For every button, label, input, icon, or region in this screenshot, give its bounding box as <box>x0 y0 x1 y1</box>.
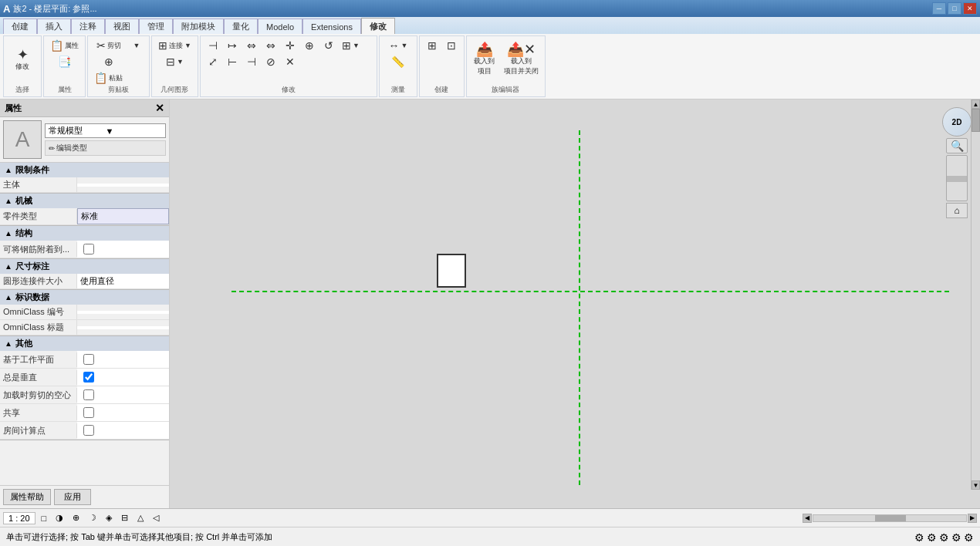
paste-btn[interactable]: 📋 粘贴 <box>91 70 126 86</box>
work-plane-checkbox[interactable] <box>83 354 94 365</box>
create-assembly-btn[interactable]: ⊡ <box>442 38 461 53</box>
shared-checkbox[interactable] <box>83 407 94 418</box>
scroll-down-button[interactable]: ▼ <box>972 480 980 490</box>
tab-annotate[interactable]: 注释 <box>71 19 105 34</box>
connect-btn[interactable]: ⊞ 连接 ▼ <box>155 38 194 53</box>
sun-path-btn[interactable]: ⊕ <box>69 512 83 524</box>
load-to-project-close-btn[interactable]: 📤✕ 载入到 项目并关闭 <box>501 38 542 81</box>
room-calc-checkbox[interactable] <box>83 425 94 436</box>
tab-addins[interactable]: 附加模块 <box>173 19 224 34</box>
scroll-thumb-vertical[interactable] <box>972 109 980 132</box>
copy-tool-btn[interactable]: ⊕ <box>300 38 319 53</box>
type-properties-btn[interactable]: 📑 <box>47 54 82 69</box>
tray-icon-1[interactable]: ⚙ <box>914 531 924 544</box>
shadows-btn[interactable]: ☽ <box>86 512 100 524</box>
modify-button[interactable]: ✦ 修改 <box>8 38 37 81</box>
properties-close-btn[interactable]: ✕ <box>155 102 164 114</box>
rotate-btn[interactable]: ↺ <box>319 38 338 53</box>
minimize-button[interactable]: ─ <box>932 2 946 15</box>
measure-btn[interactable]: 📏 <box>385 54 411 69</box>
void-btn[interactable]: ⊟ ▼ <box>155 54 194 69</box>
tab-insert[interactable]: 插入 <box>37 19 71 34</box>
section-structure-header[interactable]: ▲ 结构 <box>0 226 169 241</box>
create-group-btn[interactable]: ⊞ <box>423 38 441 53</box>
scale-display[interactable]: 1 : 20 <box>3 512 35 524</box>
mirror2-btn[interactable]: ⇔ <box>262 38 280 53</box>
trim2-icon: ⊣ <box>247 56 256 67</box>
temp-hide-btn[interactable]: ◁ <box>150 512 162 524</box>
mirror-btn[interactable]: ⇔ <box>242 38 261 53</box>
tab-extensions[interactable]: Extensions <box>302 19 361 34</box>
section-constraints-header[interactable]: ▲ 限制条件 <box>0 163 169 177</box>
tray-icon-2[interactable]: ⚙ <box>927 531 937 544</box>
scroll-track-vertical[interactable] <box>972 109 980 480</box>
rebar-checkbox[interactable] <box>83 244 94 254</box>
prop-value-omniclass-num[interactable] <box>77 311 169 314</box>
prop-value-host[interactable] <box>77 184 169 187</box>
paste-arrow-btn[interactable]: ▼ <box>127 38 146 53</box>
tab-manage[interactable]: 管理 <box>139 19 173 34</box>
close-button[interactable]: ✕ <box>963 2 977 15</box>
trim-btn[interactable]: ⊢ <box>223 54 242 69</box>
offset-btn[interactable]: ↦ <box>223 38 242 53</box>
visual-style-btn[interactable]: ◑ <box>52 512 66 524</box>
tab-create[interactable]: 创建 <box>3 19 37 34</box>
cut-void-checkbox[interactable] <box>83 389 94 400</box>
group-select-label: 选择 <box>4 85 41 95</box>
zoom-in-button[interactable]: 🔍 <box>946 138 968 153</box>
prop-value-conn-size[interactable]: 使用直径 <box>77 274 169 288</box>
paste-icon: 📋 <box>94 72 107 83</box>
zoom-slider-track[interactable] <box>946 155 968 201</box>
section-dimension-header[interactable]: ▲ 尺寸标注 <box>0 259 169 274</box>
split-btn[interactable]: ⊘ <box>262 54 280 69</box>
edit-type-button[interactable]: ✏ 编辑类型 <box>45 140 166 156</box>
tray-icon-3[interactable]: ⚙ <box>939 531 949 544</box>
trim2-btn[interactable]: ⊣ <box>242 54 261 69</box>
tab-quantity[interactable]: 量化 <box>224 19 258 34</box>
section-mechanical-header[interactable]: ▲ 机械 <box>0 194 169 208</box>
always-vertical-checkbox[interactable] <box>83 372 94 383</box>
copy-btn[interactable]: ⊕ <box>91 54 126 69</box>
prop-value-omniclass-title[interactable] <box>77 326 169 329</box>
mirror-icon: ⇔ <box>247 40 256 51</box>
crop-btn[interactable]: ⊟ <box>118 512 131 524</box>
h-scroll-track[interactable] <box>813 514 967 522</box>
family-element[interactable] <box>437 254 466 288</box>
section-other-header[interactable]: ▲ 其他 <box>0 336 169 351</box>
section-id-data-header[interactable]: ▲ 标识数据 <box>0 290 169 305</box>
scroll-up-button[interactable]: ▲ <box>972 99 980 109</box>
canvas-background[interactable]: 2D 🔍 ⌂ <box>170 99 980 508</box>
ribbon-group-create: ⊞ ⊡ 创建 <box>419 35 465 97</box>
tray-icon-5[interactable]: ⚙ <box>964 531 974 544</box>
lock-btn[interactable]: △ <box>134 512 147 524</box>
show-hide-btn[interactable]: ◈ <box>103 512 115 524</box>
scroll-right-button[interactable]: ▶ <box>968 514 977 523</box>
cut-btn[interactable]: ✂ 剪切 <box>91 38 126 53</box>
h-scroll-thumb[interactable] <box>875 515 906 521</box>
array-btn[interactable]: ⊞ ▼ <box>339 38 363 53</box>
scale-btn[interactable]: ⤢ <box>204 54 222 69</box>
load-to-project-btn[interactable]: 📤 载入到 项目 <box>470 38 499 81</box>
maximize-button[interactable]: □ <box>948 2 961 15</box>
family-type-dropdown[interactable]: 常规模型 ▼ <box>45 123 166 138</box>
dimension-btn[interactable]: ↔ ▼ <box>385 38 411 53</box>
nav-2d-button[interactable]: 2D <box>942 107 972 136</box>
view-detail-btn[interactable]: □ <box>39 513 50 524</box>
tab-view[interactable]: 视图 <box>105 19 139 34</box>
prop-value-part-type[interactable]: 标准 <box>77 208 169 224</box>
properties-btn[interactable]: 📋 属性 <box>47 38 82 53</box>
family-preview-image: A <box>3 120 42 159</box>
section-constraints: ▲ 限制条件 主体 <box>0 163 169 194</box>
props-apply-button[interactable]: 应用 <box>54 489 91 505</box>
props-help-button[interactable]: 属性帮助 <box>3 489 51 505</box>
tray-icon-4[interactable]: ⚙ <box>951 531 961 544</box>
tab-modify[interactable]: 修改 <box>361 18 395 34</box>
move-btn[interactable]: ✛ <box>281 38 299 53</box>
scroll-left-button[interactable]: ◀ <box>803 514 812 523</box>
delete-btn[interactable]: ✕ <box>281 54 299 69</box>
prop-label-omniclass-title: OmniClass 标题 <box>0 320 77 335</box>
align-btn[interactable]: ⊣ <box>204 38 222 53</box>
zoom-fit-button[interactable]: ⌂ <box>946 203 968 218</box>
tab-modelo[interactable]: Modelo <box>258 19 302 34</box>
properties-panel-header: 属性 ✕ <box>0 99 169 117</box>
